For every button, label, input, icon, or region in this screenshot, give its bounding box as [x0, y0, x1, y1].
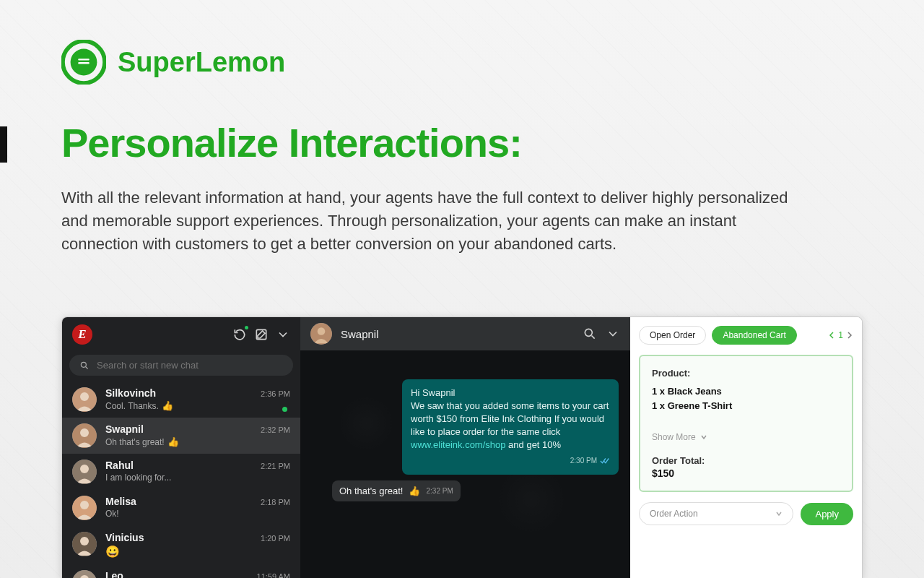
contact-avatar — [310, 323, 332, 345]
outgoing-message: Hi Swapnil We saw that you added some it… — [402, 379, 619, 475]
app-badge-icon: E — [72, 324, 92, 345]
chat-list-item[interactable]: Melisa2:18 PMOk! — [62, 490, 300, 526]
chat-list: Silkovinch2:36 PMCool. Thanks.👍Swapnil2:… — [62, 381, 300, 578]
tab-open-order[interactable]: Open Order — [639, 326, 706, 345]
apply-button[interactable]: Apply — [801, 503, 853, 525]
order-total-label: Order Total: — [652, 455, 840, 466]
incoming-message: Oh that's great! 👍 2:32 PM — [332, 480, 461, 501]
chat-list-item[interactable]: Leo11:59 AM — [62, 564, 300, 578]
svg-rect-3 — [78, 62, 90, 64]
app-window: E Silkovinch2:36 PMCool. Thanks.👍Swapnil… — [61, 316, 863, 578]
sidebar: E Silkovinch2:36 PMCool. Thanks.👍Swapnil… — [62, 317, 300, 578]
chat-name: Swapnil — [105, 423, 144, 435]
svg-point-20 — [585, 329, 592, 336]
page-headline: Personalize Interactions: — [61, 119, 863, 166]
pager-prev-icon[interactable] — [828, 332, 835, 339]
logo-block: SuperLemon — [61, 40, 863, 85]
chat-name: Melisa — [105, 496, 136, 507]
product-line: 1 x Greene T-Shirt — [652, 399, 840, 413]
chat-name: Rahul — [105, 460, 134, 471]
incoming-text: Oh that's great! — [339, 486, 403, 496]
avatar — [72, 387, 97, 412]
chat-preview: Cool. Thanks.👍 — [105, 400, 290, 411]
avatar — [72, 570, 97, 578]
svg-point-11 — [80, 465, 89, 473]
search-input-wrapper[interactable] — [69, 355, 293, 376]
chat-menu-chevron-icon[interactable] — [606, 327, 620, 341]
show-more-toggle[interactable]: Show More — [652, 432, 840, 442]
msg-link[interactable]: www.eliteink.com/shop — [411, 439, 506, 450]
chevron-down-icon[interactable] — [276, 327, 290, 342]
chat-search-icon[interactable] — [583, 327, 597, 341]
svg-rect-2 — [78, 59, 90, 60]
chat-time: 2:36 PM — [261, 389, 290, 398]
chat-preview: I am looking for... — [105, 473, 290, 483]
pager-next-icon[interactable] — [846, 332, 853, 339]
chat-header: Swapnil — [300, 317, 630, 350]
incoming-timestamp: 2:32 PM — [426, 487, 453, 495]
unread-indicator — [282, 407, 287, 412]
chat-list-item[interactable]: Vinicius1:20 PM😀 — [62, 526, 300, 564]
refresh-icon[interactable] — [232, 327, 247, 342]
order-total-value: $150 — [652, 467, 840, 479]
brand-name: SuperLemon — [118, 47, 285, 78]
chat-preview: Oh that's great!👍 — [105, 436, 290, 447]
chevron-down-icon — [700, 434, 707, 441]
chat-list-item[interactable]: Silkovinch2:36 PMCool. Thanks.👍 — [62, 381, 300, 418]
avatar — [72, 496, 97, 520]
pager-current: 1 — [838, 330, 843, 340]
chat-time: 11:59 AM — [257, 572, 290, 578]
chat-time: 2:21 PM — [261, 462, 290, 470]
svg-point-13 — [80, 501, 89, 509]
details-header: Open Order Abandoned Cart 1 — [639, 326, 853, 345]
order-card: Product: 1 x Black Jeans1 x Greene T-Shi… — [639, 355, 853, 492]
svg-point-19 — [318, 327, 326, 335]
msg-body-2: and get 10% — [506, 439, 562, 450]
chat-preview: 😀 — [105, 545, 290, 558]
svg-point-9 — [80, 428, 89, 437]
page-description: With all the relevant information at han… — [61, 186, 805, 256]
search-input[interactable] — [97, 360, 283, 371]
svg-point-15 — [80, 537, 89, 545]
avatar — [72, 460, 97, 484]
chat-pane: Swapnil Hi Swapnil We saw that you added… — [300, 317, 630, 578]
chevron-down-icon — [775, 510, 783, 517]
avatar — [72, 532, 97, 556]
svg-point-7 — [80, 392, 89, 401]
thumbs-up-icon: 👍 — [409, 486, 420, 496]
msg-greeting: Hi Swapnil — [411, 387, 455, 398]
chat-name: Leo — [105, 570, 123, 578]
chat-list-item[interactable]: Rahul2:21 PMI am looking for... — [62, 454, 300, 490]
svg-point-5 — [81, 362, 86, 367]
chat-preview: Ok! — [105, 509, 290, 519]
tab-abandoned-cart[interactable]: Abandoned Cart — [712, 326, 796, 345]
chat-name: Silkovinch — [105, 387, 156, 399]
superlemon-logo-icon — [61, 40, 106, 85]
sidebar-header: E — [62, 317, 300, 352]
product-line: 1 x Black Jeans — [652, 384, 840, 399]
contact-name: Swapnil — [341, 328, 574, 340]
chat-list-item[interactable]: Swapnil2:32 PMOh that's great!👍 — [62, 418, 300, 454]
compose-icon[interactable] — [254, 327, 269, 342]
details-panel: Open Order Abandoned Cart 1 Product: 1 x… — [630, 317, 862, 578]
msg-body-1: We saw that you added some items to your… — [411, 400, 609, 437]
order-action-select[interactable]: Order Action — [639, 502, 793, 525]
product-label: Product: — [652, 368, 840, 379]
chat-name: Vinicius — [105, 532, 144, 543]
search-icon — [79, 361, 90, 371]
chat-time: 2:32 PM — [261, 426, 290, 434]
double-check-icon — [600, 457, 610, 465]
chat-time: 2:18 PM — [261, 498, 290, 506]
avatar — [72, 423, 97, 448]
msg-timestamp: 2:30 PM — [570, 454, 597, 467]
pager: 1 — [828, 330, 853, 340]
chat-time: 1:20 PM — [261, 534, 290, 543]
